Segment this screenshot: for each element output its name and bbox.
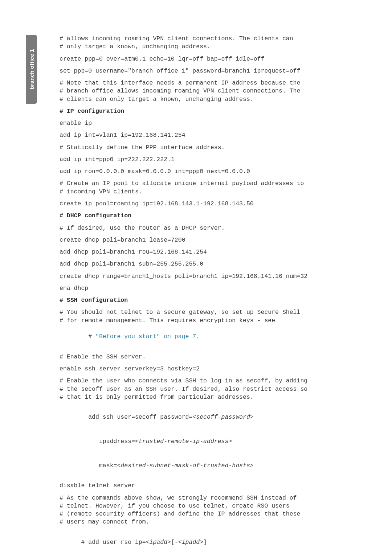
side-tab-label: branch office 1 xyxy=(29,49,35,89)
comment-line: # Enable the user who connects via SSH t… xyxy=(60,377,362,401)
comment-line: # Create an IP pool to allocate unique i… xyxy=(60,180,362,196)
code-line: create dhcp poli=branch1 lease=7200 xyxy=(60,236,362,244)
comment-text: >] xyxy=(200,539,207,546)
section-heading-ssh: # SSH configuration xyxy=(60,296,362,304)
code-line: ena dhcp xyxy=(60,284,362,292)
code-line: enable ssh server serverkey=3 hostkey=2 xyxy=(60,365,362,373)
comment-block: # You should not telnet to a secure gate… xyxy=(60,308,362,349)
code-block-add-ssh-user: add ssh user=secoff password=<secoff-pas… xyxy=(60,405,362,478)
code-line: create dhcp range=branch1_hosts poli=bra… xyxy=(60,272,362,280)
code-line: disable telnet server xyxy=(60,482,362,490)
comment-line: # If desired, use the router as a DHCP s… xyxy=(60,224,362,232)
comment-line: # Enable the SSH server. xyxy=(60,353,362,361)
code-line: add ip rou=0.0.0.0 mask=0.0.0.0 int=ppp0… xyxy=(60,168,362,176)
code-text: > xyxy=(250,414,254,420)
code-line: add ssh user=secoff password=<secoff-pas… xyxy=(60,405,362,430)
code-line: set ppp=0 username="branch office 1" pas… xyxy=(60,67,362,75)
comment-line: # As the commands above show, we strongl… xyxy=(60,494,362,526)
code-line: add ip int=vlan1 ip=192.168.141.254 xyxy=(60,131,362,139)
placeholder: ipadd xyxy=(150,539,168,546)
placeholder: ipadd xyxy=(182,539,200,546)
code-line: mask=<desired-subnet-mask-of-trusted-hos… xyxy=(60,454,362,478)
code-text: ipaddress=< xyxy=(99,438,139,445)
code-line: add dhcp poli=branch1 subn=255.255.255.0 xyxy=(60,260,362,268)
comment-text: >[-< xyxy=(167,539,182,546)
comment-prefix: # xyxy=(88,333,95,340)
code-line: create ppp=0 over=atm0.1 echo=10 lqr=off… xyxy=(60,55,362,63)
comment-line-with-link: # "Before you start" on page 7. xyxy=(60,325,362,349)
code-text: mask=< xyxy=(99,462,121,469)
code-line: add ip int=ppp0 ip=222.222.222.1 xyxy=(60,156,362,164)
section-heading-ip: # IP configuration xyxy=(60,107,362,115)
comment-line: # Statically define the PPP interface ad… xyxy=(60,144,362,152)
cross-reference-link[interactable]: "Before you start" on page 7 xyxy=(95,333,196,340)
code-text: > xyxy=(228,438,232,445)
comment-text: # add user rso ip=< xyxy=(81,539,149,546)
document-page: branch office 1 # allows incoming roamin… xyxy=(0,0,392,554)
code-line: ipaddress=<trusted-remote-ip-address> xyxy=(60,430,362,454)
comment-line: # allows incoming roaming VPN client con… xyxy=(60,35,362,51)
code-line: create ip pool=roaming ip=192.168.143.1-… xyxy=(60,200,362,208)
code-listing: # allows incoming roaming VPN client con… xyxy=(60,35,362,554)
comment-line: # Note that this interface needs a perma… xyxy=(60,79,362,103)
comment-suffix: . xyxy=(196,333,200,340)
placeholder: trusted-remote-ip-address xyxy=(139,438,229,445)
side-tab-branch-office-1: branch office 1 xyxy=(26,35,37,104)
code-text: add ssh user=secoff password=< xyxy=(88,414,196,420)
code-line: add dhcp poli=branch1 rou=192.168.141.25… xyxy=(60,248,362,256)
section-heading-dhcp: # DHCP configuration xyxy=(60,212,362,220)
code-text: > xyxy=(250,462,254,469)
comment-line: # You should not telnet to a secure gate… xyxy=(60,308,362,325)
comment-line: # add user rso ip=<ipadd>[-<ipadd>] xyxy=(60,530,362,554)
code-line: enable ip xyxy=(60,119,362,127)
placeholder: secoff-password xyxy=(196,414,250,420)
placeholder: desired-subnet-mask-of-trusted-hosts xyxy=(121,462,250,469)
